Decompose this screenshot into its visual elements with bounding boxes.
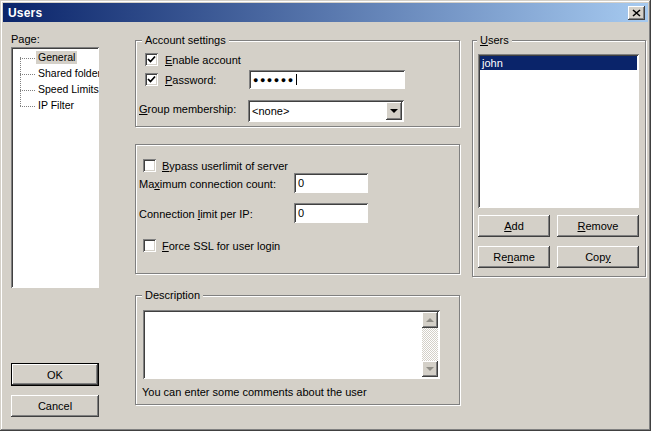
scroll-down-icon (426, 367, 434, 371)
page-label: Page: (11, 33, 40, 45)
force-ssl-label[interactable]: Force SSL for user login (162, 240, 280, 252)
description-textarea[interactable] (143, 310, 440, 379)
tree-item-general[interactable]: General (11, 50, 99, 66)
copy-button[interactable]: Copy (557, 246, 639, 268)
list-item-john[interactable]: john (480, 56, 637, 70)
close-button[interactable] (628, 6, 645, 20)
close-icon (632, 9, 641, 17)
page-tree[interactable]: General Shared folders Speed Limits IP F… (11, 47, 99, 288)
text-caret (296, 74, 297, 85)
rename-button[interactable]: Rename (478, 246, 550, 268)
max-connection-count-input[interactable]: 0 (294, 173, 368, 193)
scroll-up-button[interactable] (422, 312, 438, 328)
checkmark-icon (147, 55, 156, 64)
users-listbox[interactable]: john (478, 54, 639, 208)
max-connection-count-label: Maximum connection count: (139, 178, 276, 190)
account-settings-group: Account settings Enable account Password… (135, 40, 460, 127)
tree-item-label[interactable]: Speed Limits (36, 83, 99, 96)
connection-limit-per-ip-label: Connection limit per IP: (139, 208, 253, 220)
users-group-title: Users (477, 34, 512, 47)
combobox-dropdown-button[interactable] (386, 102, 402, 120)
password-label[interactable]: Password: (165, 74, 216, 86)
tree-item-ip-filter[interactable]: IP Filter (11, 98, 99, 114)
password-input[interactable]: ●●●●●● (249, 70, 405, 89)
add-button[interactable]: Add (478, 215, 550, 237)
password-masked-value: ●●●●●● (253, 75, 295, 85)
checkmark-icon (147, 75, 156, 84)
tree-item-label[interactable]: General (36, 51, 77, 64)
tree-item-label[interactable]: IP Filter (36, 99, 76, 112)
connection-limit-per-ip-input[interactable]: 0 (294, 203, 368, 223)
users-group: Users john Add Remove Rename Copy (472, 40, 646, 277)
description-group: Description You can enter some comments … (135, 295, 460, 405)
window-title: Users (3, 6, 42, 20)
bypass-userlimit-checkbox[interactable] (143, 159, 156, 172)
description-group-title: Description (142, 289, 203, 302)
limits-group: Bypass userlimit of server Maximum conne… (135, 144, 460, 274)
cancel-button[interactable]: Cancel (11, 395, 99, 417)
tree-item-speed-limits[interactable]: Speed Limits (11, 82, 99, 98)
chevron-down-icon (390, 109, 398, 113)
group-membership-combobox[interactable]: <none> (248, 100, 404, 122)
titlebar[interactable]: Users (3, 3, 648, 22)
description-hint: You can enter some comments about the us… (142, 386, 367, 398)
scroll-down-button[interactable] (422, 361, 438, 377)
group-membership-value: <none> (252, 105, 289, 117)
password-checkbox[interactable] (145, 73, 158, 86)
bypass-userlimit-label[interactable]: Bypass userlimit of server (162, 160, 288, 172)
enable-account-label[interactable]: Enable account (165, 54, 241, 66)
scroll-up-icon (426, 318, 434, 322)
group-membership-label: Group membership: (139, 103, 236, 115)
users-dialog: Users Page: General Shared folders Speed… (0, 0, 651, 431)
enable-account-checkbox[interactable] (145, 53, 158, 66)
remove-button[interactable]: Remove (557, 215, 639, 237)
description-scrollbar[interactable] (422, 312, 438, 377)
force-ssl-checkbox[interactable] (143, 239, 156, 252)
tree-item-label[interactable]: Shared folders (36, 67, 99, 80)
tree-item-shared-folders[interactable]: Shared folders (11, 66, 99, 82)
account-settings-group-title: Account settings (142, 34, 229, 47)
ok-button[interactable]: OK (11, 363, 99, 386)
